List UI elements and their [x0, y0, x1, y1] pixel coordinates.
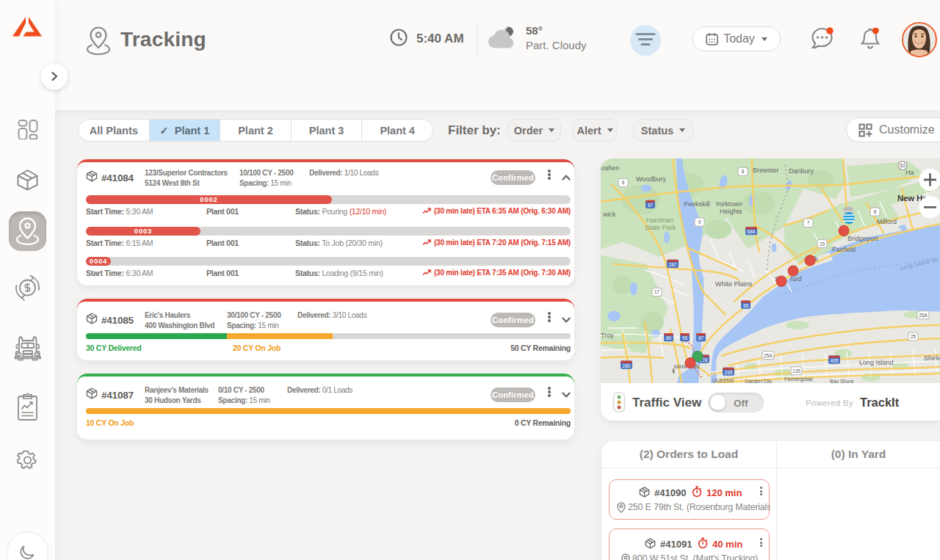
svg-text:Long Island: Long Island [859, 359, 893, 366]
svg-text:287: 287 [669, 262, 677, 267]
svg-text:Fairfield: Fairfield [832, 246, 856, 253]
svg-text:6: 6 [622, 180, 625, 185]
svg-text:17: 17 [654, 289, 660, 294]
svg-text:Farmingdale: Farmingdale [784, 377, 813, 382]
svg-text:Goshen: Goshen [601, 164, 619, 172]
svg-text:Troy: Troy [601, 332, 614, 339]
svg-text:25: 25 [911, 334, 916, 339]
svg-text:25A: 25A [919, 313, 928, 318]
svg-text:Shirley: Shirley [924, 354, 940, 362]
svg-text:95: 95 [682, 335, 688, 341]
svg-text:280: 280 [623, 363, 631, 368]
svg-text:87: 87 [698, 335, 704, 341]
svg-text:135: 135 [792, 368, 800, 374]
svg-text:Yorktown: Yorktown [715, 200, 742, 208]
svg-text:295: 295 [725, 370, 733, 375]
svg-text:684: 684 [748, 229, 756, 234]
svg-text:15: 15 [820, 241, 825, 247]
svg-text:Bridgeport: Bridgeport [847, 235, 878, 242]
svg-text:ford: ford [790, 275, 801, 283]
svg-text:QUEENS: QUEENS [712, 378, 734, 383]
svg-text:Harriman: Harriman [646, 217, 673, 224]
svg-text:Danbury: Danbury [789, 167, 814, 175]
svg-text:63: 63 [900, 163, 905, 168]
svg-text:6: 6 [742, 169, 745, 174]
svg-text:Ha: Ha [905, 169, 914, 176]
svg-text:Milford: Milford [877, 218, 897, 225]
svg-text:Woodbury: Woodbury [636, 175, 666, 183]
svg-text:87: 87 [648, 203, 654, 208]
svg-text:State Park: State Park [645, 224, 676, 231]
svg-text:Brewster: Brewster [753, 167, 778, 174]
svg-text:Heights: Heights [720, 208, 742, 215]
svg-text:Peekskill: Peekskill [684, 200, 709, 208]
svg-text:wick: wick [602, 211, 616, 218]
svg-text:8: 8 [874, 209, 877, 214]
svg-text:White Plains: White Plains [715, 280, 752, 288]
svg-text:95: 95 [743, 303, 749, 308]
svg-text:80: 80 [666, 335, 672, 341]
svg-text:9: 9 [698, 219, 701, 225]
svg-text:495: 495 [831, 358, 839, 363]
svg-text:7: 7 [807, 220, 810, 225]
svg-text:25A: 25A [764, 352, 773, 357]
